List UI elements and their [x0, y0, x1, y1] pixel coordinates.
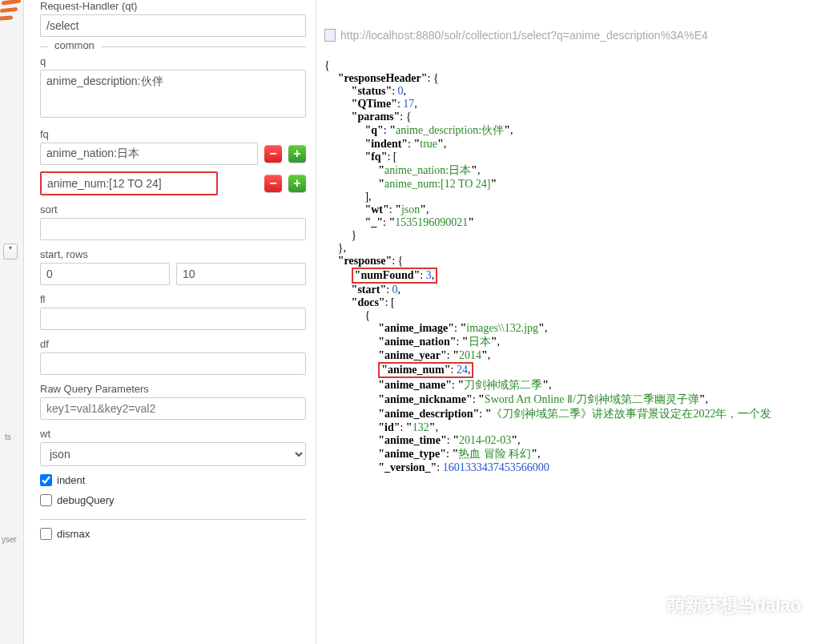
wechat-icon	[632, 591, 661, 620]
request-handler-input[interactable]	[40, 14, 306, 37]
request-handler-label: Request-Handler (qt)	[40, 0, 306, 12]
dismax-checkbox[interactable]	[40, 528, 52, 540]
raw-query-input[interactable]	[40, 397, 306, 420]
fq-input-1[interactable]	[40, 143, 258, 165]
df-input[interactable]	[40, 352, 306, 375]
add-fq-icon[interactable]: +	[288, 145, 306, 163]
indent-checkbox[interactable]	[40, 474, 52, 486]
remove-fq-icon[interactable]: −	[264, 175, 282, 192]
nav-sidebar-sliver: ▾ ts yser	[0, 0, 24, 644]
remove-fq-icon[interactable]: −	[264, 145, 282, 163]
sort-label: sort	[40, 203, 306, 215]
document-icon	[324, 29, 336, 42]
sort-input[interactable]	[40, 218, 306, 240]
indent-label: indent	[57, 474, 85, 486]
fl-input[interactable]	[40, 308, 306, 330]
start-input[interactable]	[40, 263, 170, 285]
anime-num-highlight: "anime_num": 24,	[378, 362, 473, 378]
fq-input-2[interactable]	[40, 171, 218, 195]
rows-input[interactable]	[176, 263, 306, 285]
numfound-highlight: "numFound": 3,	[352, 268, 438, 284]
df-label: df	[40, 338, 306, 350]
fl-label: fl	[40, 293, 306, 305]
fq-label: fq	[40, 128, 306, 140]
sidebar-label-2: yser	[2, 535, 17, 544]
debug-query-checkbox[interactable]	[40, 494, 52, 506]
raw-query-label: Raw Query Parameters	[40, 383, 306, 395]
wt-label: wt	[40, 428, 306, 440]
start-rows-label: start, rows	[40, 248, 306, 260]
q-input[interactable]: anime_description:伙伴	[40, 70, 306, 118]
dropdown-icon[interactable]: ▾	[3, 244, 18, 260]
query-form-panel: Request-Handler (qt) common q anime_desc…	[24, 0, 316, 644]
q-label: q	[40, 55, 306, 67]
response-panel: http://localhost:8880/solr/collection1/s…	[316, 0, 817, 644]
divider	[40, 519, 306, 520]
wt-select[interactable]: json	[40, 442, 306, 466]
add-fq-icon[interactable]: +	[288, 175, 306, 192]
sidebar-label-1: ts	[5, 433, 11, 441]
watermark-text: 萌新梦想当dalao	[667, 594, 801, 618]
common-section-label: common	[48, 39, 101, 51]
common-divider: common	[40, 46, 306, 47]
request-url-display[interactable]: http://localhost:8880/solr/collection1/s…	[324, 26, 817, 46]
debug-query-label: debugQuery	[57, 494, 115, 506]
watermark: 萌新梦想当dalao	[632, 591, 801, 620]
dismax-label: dismax	[57, 528, 90, 540]
solr-logo-icon	[0, 0, 21, 27]
